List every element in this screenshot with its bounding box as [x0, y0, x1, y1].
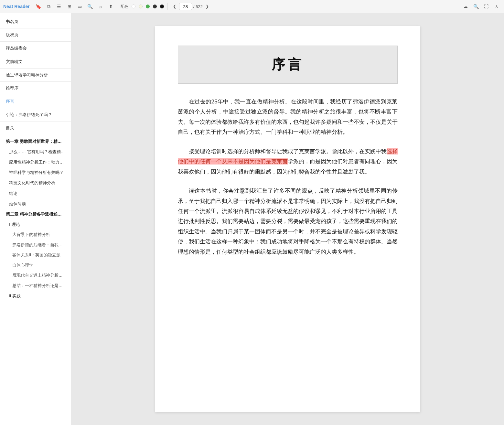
color-label: 配色	[121, 4, 128, 9]
copy-icon[interactable]: ⧉	[45, 2, 53, 11]
search-right-icon[interactable]: 🔍	[472, 2, 480, 11]
color-dark[interactable]	[153, 5, 157, 8]
next-page-button[interactable]: ❯	[204, 3, 210, 10]
sidebar-item-ch2-t5[interactable]: 后现代主义遇上精神分析：...	[0, 271, 71, 281]
sidebar-item-book-title-page[interactable]: 书名页	[0, 16, 71, 27]
sidebar-item-ch2-t2[interactable]: 弗洛伊德的后继者：自我心...	[0, 240, 71, 250]
sidebar-item-ch2-practice[interactable]: Ⅱ 实践	[0, 291, 71, 301]
export-icon[interactable]: ⬆	[107, 2, 115, 11]
sidebar-item-toc[interactable]: 目录	[0, 123, 71, 133]
search-icon[interactable]: 🔍	[86, 2, 94, 11]
fullscreen-icon[interactable]: ⛶	[482, 2, 490, 11]
paragraph-2: 接受理论培训时选择的分析师和督导让我成了克莱茵学派。除此以外，在实践中我选择他们…	[178, 146, 398, 177]
divider-toc	[0, 135, 71, 135]
sidebar-item-foreword[interactable]: 序言	[0, 96, 71, 107]
paragraph-3: 读这本书时，你会注意到我汇集了许多不同的观点，反映了精神分析领域里不同的传承，至…	[178, 186, 398, 257]
prev-page-button[interactable]: ❮	[171, 3, 178, 10]
sidebar-item-translation-committee[interactable]: 译丛编委会	[0, 43, 71, 53]
chapter-title: 序言	[185, 56, 391, 74]
paragraph-1: 在过去的25年中，我一直在做精神分析。在这段时间里，我经历了弗洛伊德派到克莱茵派…	[178, 97, 398, 137]
sidebar-item-ch2-theory[interactable]: Ⅰ 理论	[0, 219, 71, 230]
divider-foreword	[0, 108, 71, 108]
sidebar-item-ch1-sub6[interactable]: 延伸阅读	[0, 199, 71, 209]
sidebar-item-ch1-sub2[interactable]: 应用性精神分析工作：动力性人...	[0, 157, 71, 167]
page-icon[interactable]: ▭	[76, 2, 84, 11]
main-area: 书名页版权页译丛编委会文前辅文通过译著学习精神分析推荐序序言引论：弗洛伊德死了吗…	[0, 13, 504, 425]
toolbar: Neat Reader 🔖 ⧉ ☰ ⊞ ▭ 🔍 ⌕ ⬆ 配色 ❮ 28 / 52…	[0, 0, 504, 13]
sidebar-item-intro[interactable]: 引论：弗洛伊德死了吗？	[0, 110, 71, 120]
sidebar-item-preface-note[interactable]: 文前辅文	[0, 57, 71, 67]
chapter-header: 序言	[178, 46, 398, 84]
grid-icon[interactable]: ⊞	[65, 2, 74, 11]
collapse-icon[interactable]: ∧	[492, 2, 501, 11]
sidebar-item-ch1-sub1[interactable]: 那么…… 它有用吗？检查精神分...	[0, 147, 71, 157]
sidebar-item-ch1-sub3[interactable]: 神经科学与精神分析有关吗？	[0, 167, 71, 178]
color-white[interactable]	[132, 5, 135, 8]
page-number-input[interactable]: 28	[179, 3, 192, 10]
sidebar: 书名页版权页译丛编委会文前辅文通过译著学习精神分析推荐序序言引论：弗洛伊德死了吗…	[0, 13, 71, 425]
sidebar-item-ch1-sub4[interactable]: 科技文化时代的精神分析	[0, 178, 71, 188]
page-separator: /	[193, 4, 195, 9]
sidebar-item-ch2-t6[interactable]: 总结：一种精神分析还是很...	[0, 281, 71, 291]
separator1	[118, 3, 118, 10]
separator2	[167, 3, 167, 10]
color-green[interactable]	[146, 5, 150, 8]
page-navigation: ❮ 28 / 522 ❯	[171, 3, 210, 10]
sidebar-item-ch1-sub5[interactable]: 结论	[0, 188, 71, 199]
divider-copyright	[0, 41, 71, 42]
content-area: 序言 在过去的25年中，我一直在做精神分析。在这段时间里，我经历了弗洛伊德派到克…	[71, 13, 504, 425]
sidebar-item-ch2-t4[interactable]: 自体心理学	[0, 260, 71, 271]
sidebar-item-ch2-t1[interactable]: 大背景下的精神分析	[0, 230, 71, 240]
menu-icon[interactable]: ☰	[55, 2, 63, 11]
divider-translation-committee	[0, 55, 71, 55]
sidebar-item-recommendation[interactable]: 推荐序	[0, 83, 71, 93]
color-darkest[interactable]	[160, 5, 164, 8]
divider-intro	[0, 122, 71, 122]
divider-preface-note	[0, 68, 71, 69]
highlighted-text-2: 选择他们中的任何一个从来不是因为他们是克莱茵	[178, 148, 398, 165]
divider-book-title-page	[0, 28, 71, 28]
sidebar-item-ch2-t3[interactable]: 客体关系Ⅱ：英国的独立派	[0, 250, 71, 260]
paragraphs-container: 在过去的25年中，我一直在做精神分析。在这段时间里，我经历了弗洛伊德派到克莱茵派…	[178, 97, 398, 257]
bookmark-icon[interactable]: 🔖	[34, 2, 43, 11]
toolbar-right: ☁ 🔍 ⛶ ∧	[461, 2, 501, 11]
cloud-icon[interactable]: ☁	[461, 2, 470, 11]
divider-learn-psychoanalysis	[0, 81, 71, 82]
search2-icon[interactable]: ⌕	[96, 2, 105, 11]
divider-recommendation	[0, 95, 71, 95]
page-container: 序言 在过去的25年中，我一直在做精神分析。在这段时间里，我经历了弗洛伊德派到克…	[155, 26, 420, 412]
sidebar-item-chapter1[interactable]: 第一章 勇敢面对新世界：精神分析适...	[0, 136, 71, 147]
sidebar-item-learn-psychoanalysis[interactable]: 通过译著学习精神分析	[0, 70, 71, 80]
sidebar-item-chapter2[interactable]: 第二章 精神分析各学派概述——理论...	[0, 209, 71, 219]
sidebar-item-copyright[interactable]: 版权页	[0, 30, 71, 40]
app-title: Neat Reader	[3, 4, 30, 9]
total-pages: 522	[196, 4, 203, 9]
color-cream[interactable]	[139, 5, 143, 8]
